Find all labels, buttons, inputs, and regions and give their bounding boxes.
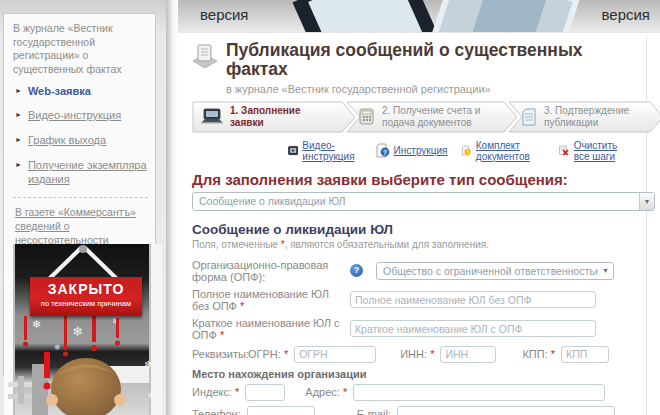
page-title: Публикация сообщений о существенных факт… bbox=[226, 41, 648, 80]
svg-text:?: ? bbox=[383, 149, 387, 156]
toolbar-links: Видео-инструкция ? Инструкция bbox=[288, 140, 648, 162]
index-input[interactable] bbox=[245, 384, 285, 401]
sidebar-item-get-copy[interactable]: ► Получение экземпляра издания bbox=[15, 159, 148, 187]
sidebar-item-label[interactable]: Web-заявка bbox=[28, 85, 91, 99]
toolbar-link-label[interactable]: Очистить все шаги bbox=[574, 140, 634, 162]
step-3-publication-confirmation[interactable]: 3. Подтверждение публикации bbox=[520, 101, 654, 133]
page: В журнале «Вестник государственной регис… bbox=[0, 0, 660, 415]
index-label: Индекс: * bbox=[192, 386, 239, 398]
help-document-icon: ? bbox=[375, 143, 390, 158]
email-input[interactable] bbox=[397, 406, 615, 415]
address-input[interactable] bbox=[353, 384, 605, 401]
required-asterisk: * bbox=[343, 386, 347, 398]
address-label: Адрес: * bbox=[305, 386, 347, 398]
opf-row: Организационно-правовая форма (ОПФ): ? О… bbox=[192, 259, 648, 283]
instruction-link[interactable]: ? Инструкция bbox=[375, 143, 448, 158]
email-label: E-mail: bbox=[357, 408, 391, 415]
page-header: Публикация сообщений о существенных факт… bbox=[192, 41, 648, 95]
inn-label: ИНН: * bbox=[400, 348, 434, 360]
kpp-label: КПП: * bbox=[522, 348, 555, 360]
short-name-input[interactable] bbox=[350, 320, 596, 337]
closed-sign-subtitle: по техническим причинам bbox=[30, 299, 142, 308]
help-icon[interactable]: ? bbox=[350, 264, 363, 277]
step-label: 2. Получение счета и подача документов bbox=[382, 105, 492, 128]
opf-select[interactable]: Общество с ограниченной ответственностью… bbox=[376, 262, 614, 280]
video-icon bbox=[288, 144, 298, 157]
short-name-label: Краткое наименование ЮЛ с ОПФ * bbox=[192, 317, 344, 341]
requisites-row: Реквизиты: ОГРН: * ИНН: * КПП: * bbox=[192, 346, 648, 363]
step-1-fill-application[interactable]: 1. Заполнение заявки bbox=[200, 101, 322, 133]
message-type-select[interactable]: Сообщение о ликвидации ЮЛ ▼ bbox=[192, 192, 655, 211]
step-2-invoice-documents[interactable]: 2. Получение счета и подача документов bbox=[358, 101, 492, 133]
opf-label: Организационно-правовая форма (ОПФ): bbox=[192, 259, 350, 283]
main-column: Публикация сообщений о существенных факт… bbox=[178, 33, 648, 415]
label-text: КПП: bbox=[522, 348, 547, 360]
sidebar-item-label[interactable]: Получение экземпляра издания bbox=[28, 159, 148, 187]
step-label: 3. Подтверждение публикации bbox=[544, 105, 654, 128]
steps-bar: 1. Заполнение заявки 2. Получение счета … bbox=[192, 101, 660, 133]
svg-text:❄: ❄ bbox=[148, 391, 155, 400]
note-suffix: , являются обязательными для заполнения. bbox=[285, 239, 489, 250]
clear-steps-icon bbox=[559, 143, 569, 158]
ogrn-input[interactable] bbox=[294, 346, 376, 363]
step-label: 1. Заполнение заявки bbox=[230, 105, 322, 128]
index-address-row: Индекс: * Адрес: * bbox=[192, 384, 648, 401]
required-asterisk: * bbox=[220, 329, 224, 341]
closed-sign-illustration: ❄ ❄ ❄ ❄ ❄ ❄ ЗАКРЫТО по техническим причи… bbox=[4, 244, 162, 415]
toolbar-link-label[interactable]: Видео-инструкция bbox=[302, 140, 360, 162]
page-header-text: Публикация сообщений о существенных факт… bbox=[226, 41, 648, 95]
label-text: Полное наименование ЮЛ без ОПФ bbox=[192, 288, 329, 312]
required-fields-note: Поля, отмеченные *, являются обязательны… bbox=[192, 239, 648, 250]
required-asterisk: * bbox=[240, 300, 244, 312]
document-kit-link[interactable]: Комплект документов bbox=[461, 140, 545, 162]
warning-document-icon bbox=[461, 143, 471, 158]
sidebar-item-label[interactable]: Видео-инструкция bbox=[28, 109, 121, 123]
calculator-icon bbox=[358, 108, 376, 126]
banner-tablet-page-art bbox=[308, 0, 424, 33]
svg-text:❄: ❄ bbox=[144, 359, 152, 370]
requisites-label: Реквизиты: bbox=[192, 348, 248, 360]
svg-text:❄: ❄ bbox=[54, 343, 61, 352]
chevron-down-icon[interactable]: ▼ bbox=[639, 193, 654, 210]
sidebar-item-schedule[interactable]: ► График выхода bbox=[15, 134, 148, 148]
full-name-input[interactable] bbox=[350, 291, 596, 308]
content-right-border bbox=[646, 36, 647, 415]
message-type-heading: Для заполнения заявки выберите тип сообщ… bbox=[192, 171, 648, 188]
label-text: Адрес: bbox=[305, 386, 340, 398]
clear-all-steps-link[interactable]: Очистить все шаги bbox=[559, 140, 634, 162]
video-instruction-link[interactable]: Видео-инструкция bbox=[288, 140, 361, 162]
sidebar-item-web-zayavka[interactable]: ► Web-заявка bbox=[15, 85, 148, 99]
door-graphic: ❄ ❄ ❄ ❄ ❄ ❄ bbox=[4, 244, 162, 415]
svg-text:❄: ❄ bbox=[72, 324, 83, 339]
sidebar-item-video-instruction[interactable]: ► Видео-инструкция bbox=[15, 109, 148, 123]
kpp-input[interactable] bbox=[561, 346, 609, 363]
label-text: ОГРН: bbox=[248, 348, 281, 360]
chevron-down-icon[interactable]: ▼ bbox=[598, 263, 613, 279]
phone-email-row: Телефон: E-mail: bbox=[192, 406, 648, 415]
arrow-bullet-icon: ► bbox=[15, 161, 22, 168]
required-asterisk: * bbox=[551, 348, 555, 360]
label-text: Краткое наименование ЮЛ с ОПФ bbox=[192, 317, 340, 341]
page-seam bbox=[166, 0, 178, 415]
ogrn-label: ОГРН: * bbox=[248, 348, 288, 360]
form-section-title: Сообщение о ликвидации ЮЛ bbox=[192, 222, 648, 237]
banner-version-right: версия bbox=[602, 6, 651, 23]
main-content: версия версия Публикация сообщений о сущ… bbox=[178, 0, 660, 415]
required-asterisk: * bbox=[430, 348, 434, 360]
sidebar-group-title: В журнале «Вестник государственной регис… bbox=[13, 22, 148, 77]
closed-sign-title: ЗАКРЫТО bbox=[30, 281, 142, 297]
toolbar-link-label[interactable]: Инструкция bbox=[394, 145, 448, 156]
phone-label: Телефон: bbox=[192, 408, 241, 415]
document-icon bbox=[520, 108, 538, 126]
required-asterisk: * bbox=[235, 386, 239, 398]
top-banner[interactable]: версия версия bbox=[178, 0, 660, 33]
toolbar-link-label[interactable]: Комплект документов bbox=[476, 140, 546, 162]
label-text: Индекс: bbox=[192, 386, 232, 398]
sidebar-item-label[interactable]: График выхода bbox=[28, 134, 106, 148]
arrow-bullet-icon: ► bbox=[15, 111, 22, 118]
phone-input[interactable] bbox=[247, 406, 315, 415]
page-subtitle: в журнале «Вестник государственной регис… bbox=[226, 83, 648, 95]
opf-selected-value: Общество с ограниченной ответственностью bbox=[377, 265, 598, 277]
banner-version-left: версия bbox=[200, 6, 249, 23]
inn-input[interactable] bbox=[440, 346, 496, 363]
